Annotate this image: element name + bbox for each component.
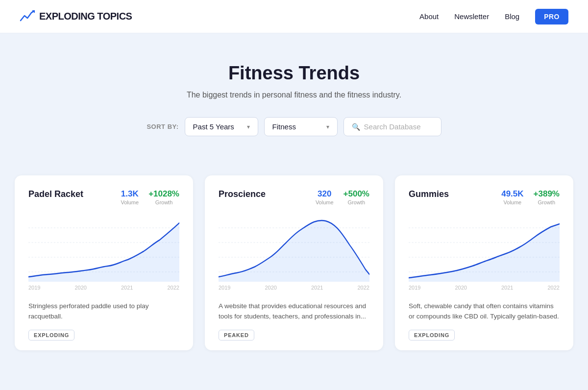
- x-label-3: 2022: [548, 285, 560, 291]
- volume-stat: 49.5K Volume: [501, 189, 523, 205]
- nav-about[interactable]: About: [419, 12, 439, 21]
- chart-container: [219, 213, 369, 282]
- navbar: EXPLODING TOPICS About Newsletter Blog P…: [0, 0, 588, 33]
- x-label-0: 2019: [28, 285, 40, 291]
- volume-label: Volume: [121, 199, 139, 205]
- card-description: A website that provides educational reso…: [219, 301, 369, 322]
- growth-value: +389%: [534, 189, 560, 199]
- cards-section: Padel Racket 1.3K Volume +1028% Growth: [0, 161, 588, 360]
- trend-chart: [28, 213, 179, 282]
- sort-by-label: SORT BY:: [147, 123, 178, 130]
- x-label-1: 2020: [455, 285, 467, 291]
- volume-stat: 320 Volume: [316, 189, 334, 205]
- logo-icon: [20, 10, 35, 24]
- page-subtitle: The biggest trends in personal fitness a…: [10, 91, 578, 99]
- page-title: Fitness Trends: [10, 63, 578, 84]
- chevron-down-icon-2: ▾: [326, 123, 329, 130]
- volume-label: Volume: [316, 199, 334, 205]
- search-icon: 🔍: [352, 123, 360, 131]
- card-title: Padel Racket: [28, 189, 83, 199]
- x-label-2: 2021: [311, 285, 323, 291]
- growth-stat: +389% Growth: [534, 189, 560, 205]
- growth-label: Growth: [148, 199, 179, 205]
- card-title: Gummies: [409, 189, 449, 199]
- time-filter-dropdown[interactable]: Past 5 Years ▾: [185, 117, 258, 136]
- category-filter-dropdown[interactable]: Fitness ▾: [264, 117, 338, 136]
- card-badge: EXPLODING: [28, 330, 74, 341]
- x-label-1: 2020: [265, 285, 277, 291]
- x-label-0: 2019: [219, 285, 230, 291]
- card-header: Padel Racket 1.3K Volume +1028% Growth: [28, 189, 179, 205]
- nav-blog[interactable]: Blog: [505, 12, 519, 21]
- volume-stat: 1.3K Volume: [121, 189, 139, 205]
- card-stats: 1.3K Volume +1028% Growth: [121, 189, 179, 205]
- chevron-down-icon: ▾: [247, 123, 250, 130]
- card-stats: 320 Volume +500% Growth: [316, 189, 369, 205]
- card-stats: 49.5K Volume +389% Growth: [501, 189, 560, 205]
- card-proscience[interactable]: Proscience 320 Volume +500% Growth: [205, 175, 383, 350]
- search-placeholder: Search Database: [364, 122, 421, 131]
- chart-x-labels: 2019 2020 2021 2022: [28, 284, 179, 296]
- volume-value: 49.5K: [501, 189, 523, 199]
- chart-x-labels: 2019 2020 2021 2022: [409, 284, 560, 296]
- x-label-3: 2022: [168, 285, 179, 291]
- card-description: Stringless perforated paddle used to pla…: [28, 301, 179, 322]
- card-badge: EXPLODING: [409, 330, 455, 341]
- nav-links: About Newsletter Blog PRO: [419, 9, 568, 24]
- volume-value: 1.3K: [121, 189, 139, 199]
- chart-container: [28, 213, 179, 282]
- growth-stat: +500% Growth: [343, 189, 369, 205]
- card-title: Proscience: [219, 189, 266, 199]
- volume-label: Volume: [501, 199, 523, 205]
- growth-value: +500%: [343, 189, 369, 199]
- x-label-0: 2019: [409, 285, 420, 291]
- card-header: Gummies 49.5K Volume +389% Growth: [409, 189, 560, 205]
- x-label-2: 2021: [121, 285, 133, 291]
- card-padel-racket[interactable]: Padel Racket 1.3K Volume +1028% Growth: [15, 175, 193, 350]
- chart-x-labels: 2019 2020 2021 2022: [219, 284, 369, 296]
- card-description: Soft, chewable candy that often contains…: [409, 301, 560, 322]
- growth-stat: +1028% Growth: [148, 189, 179, 205]
- nav-pro-button[interactable]: PRO: [535, 9, 568, 24]
- volume-value: 320: [316, 189, 334, 199]
- filters-bar: SORT BY: Past 5 Years ▾ Fitness ▾ 🔍 Sear…: [10, 117, 578, 136]
- x-label-1: 2020: [75, 285, 87, 291]
- time-filter-value: Past 5 Years: [193, 122, 234, 131]
- x-label-3: 2022: [358, 285, 369, 291]
- logo-text: EXPLODING TOPICS: [39, 11, 132, 22]
- nav-newsletter[interactable]: Newsletter: [454, 12, 489, 21]
- chart-container: [409, 213, 560, 282]
- x-label-2: 2021: [501, 285, 513, 291]
- trend-chart: [409, 213, 560, 282]
- logo[interactable]: EXPLODING TOPICS: [20, 10, 132, 24]
- card-header: Proscience 320 Volume +500% Growth: [219, 189, 369, 205]
- growth-label: Growth: [534, 199, 560, 205]
- trend-chart: [219, 213, 369, 282]
- growth-label: Growth: [343, 199, 369, 205]
- card-badge: PEAKED: [219, 330, 254, 341]
- hero-section: Fitness Trends The biggest trends in per…: [0, 33, 588, 161]
- cards-grid: Padel Racket 1.3K Volume +1028% Growth: [15, 175, 573, 350]
- search-box[interactable]: 🔍 Search Database: [343, 117, 441, 136]
- growth-value: +1028%: [148, 189, 179, 199]
- card-gummies[interactable]: Gummies 49.5K Volume +389% Growth: [395, 175, 573, 350]
- category-filter-value: Fitness: [272, 122, 296, 131]
